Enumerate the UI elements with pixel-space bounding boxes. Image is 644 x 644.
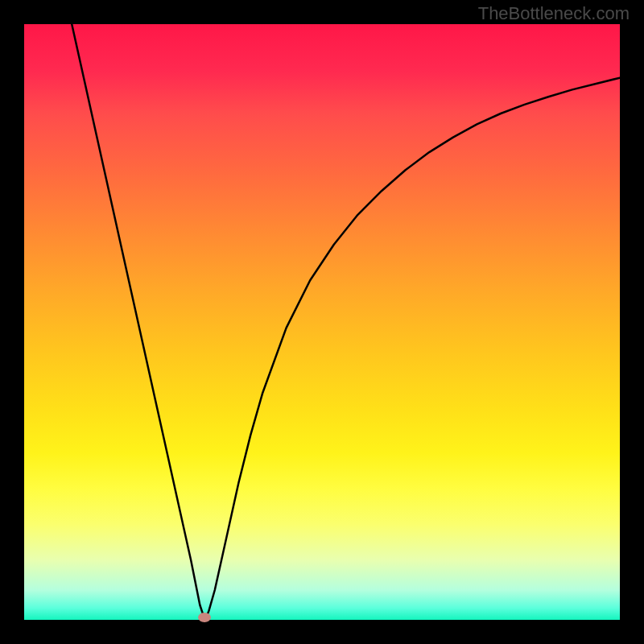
watermark-text: TheBottleneck.com bbox=[478, 3, 630, 24]
chart-plot-area bbox=[24, 24, 620, 620]
bottleneck-curve bbox=[24, 24, 620, 620]
minimum-marker bbox=[198, 613, 211, 622]
